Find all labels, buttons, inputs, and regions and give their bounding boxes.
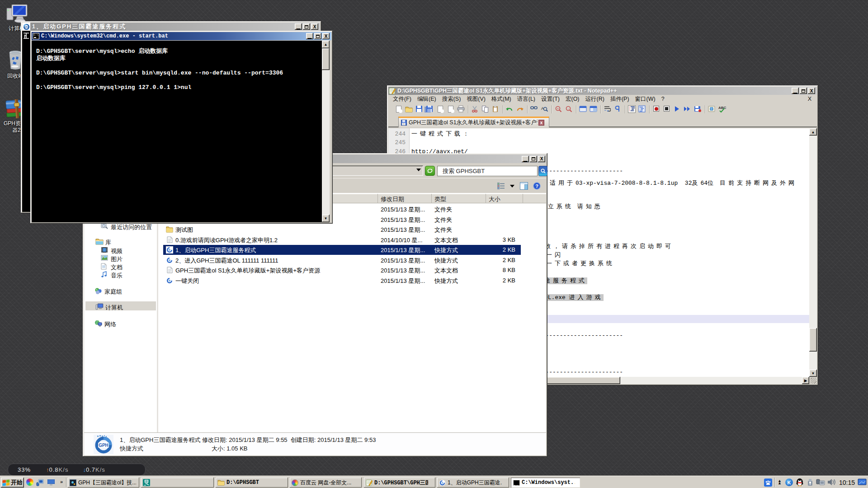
svg-text:ABC: ABC — [718, 106, 726, 110]
svg-text:-: - — [568, 107, 569, 111]
svg-text:+: + — [557, 107, 559, 111]
svg-text:GPH: GPH — [24, 26, 29, 28]
svg-text:GPH: GPH — [99, 443, 108, 448]
svg-text:?: ? — [535, 183, 538, 189]
